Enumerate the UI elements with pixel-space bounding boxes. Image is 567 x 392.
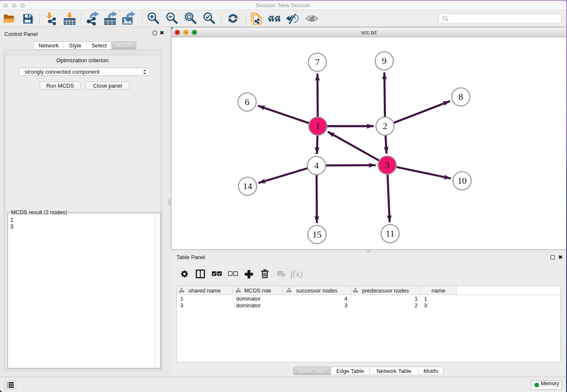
svg-text:9: 9 bbox=[382, 55, 387, 66]
svg-text:1: 1 bbox=[316, 121, 320, 131]
svg-text:15: 15 bbox=[312, 229, 322, 240]
svg-text:2: 2 bbox=[383, 121, 388, 131]
svg-text:6: 6 bbox=[245, 97, 250, 107]
svg-text:11: 11 bbox=[385, 228, 394, 239]
svg-text:8: 8 bbox=[459, 91, 463, 102]
svg-text:10: 10 bbox=[457, 175, 467, 186]
svg-text:14: 14 bbox=[243, 181, 252, 191]
svg-text:4: 4 bbox=[314, 160, 319, 171]
svg-text:f(x): f(x) bbox=[290, 269, 303, 279]
svg-text:7: 7 bbox=[315, 57, 320, 67]
svg-text:3: 3 bbox=[385, 160, 390, 170]
